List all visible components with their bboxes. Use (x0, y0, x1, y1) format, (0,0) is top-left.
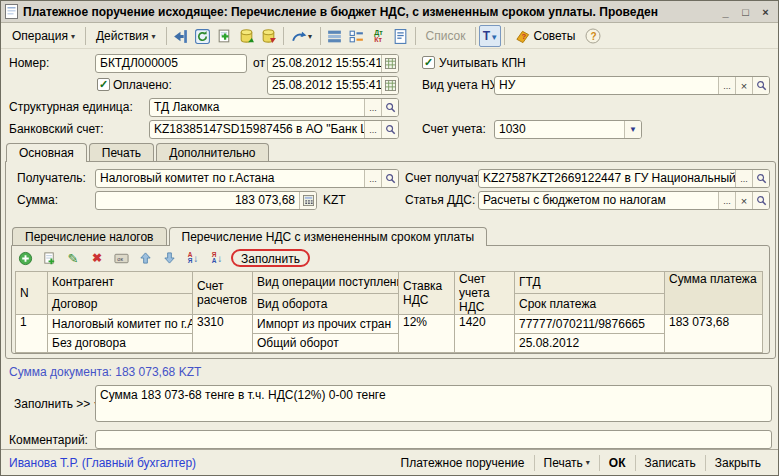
amount-field[interactable]: 183 073,68 (95, 191, 317, 210)
cell-account[interactable]: 3310 (193, 315, 253, 353)
magnifier-icon[interactable] (752, 77, 769, 94)
structural-unit-field[interactable]: ТД Лакомка ... (149, 98, 399, 117)
save-button[interactable]: Записать (636, 456, 705, 470)
paid-date-field[interactable]: 25.08.2012 15:55:41 (267, 76, 399, 95)
vat-table[interactable]: N Контрагент Счет расчетов Вид операции … (15, 271, 763, 353)
chevron-down-icon: ▾ (308, 32, 312, 41)
recipient-account-field[interactable]: KZ27587KZT2669122447 в ГУ Национальный Б… (478, 169, 770, 188)
tab-print[interactable]: Печать (89, 143, 154, 161)
calendar-icon[interactable] (381, 55, 398, 72)
dtkt-button[interactable]: ДтКт (368, 25, 390, 47)
cell-contract[interactable]: Без договора (48, 334, 193, 353)
ellipsis-icon[interactable]: ... (364, 99, 381, 116)
magnifier-icon[interactable] (381, 99, 398, 116)
reread-button[interactable] (192, 25, 214, 47)
col-contract[interactable]: Договор (48, 293, 193, 315)
payment-order-button[interactable]: Платежное поручение (392, 456, 534, 470)
chevron-down-icon[interactable]: ▼ (624, 121, 641, 138)
delete-row-button[interactable]: ✖ (87, 248, 107, 268)
tab-tax-transfer[interactable]: Перечисление налогов (12, 227, 167, 245)
table-row-line2[interactable]: Без договора Общий оборот 25.08.2012 (16, 334, 763, 353)
fill-table-button[interactable]: Заполнить (231, 249, 310, 267)
filter-sort-button[interactable]: T▼ (479, 25, 501, 47)
copy-button[interactable] (214, 25, 236, 47)
recipient-field[interactable]: Налоговый комитет по г.Астана ... (95, 169, 399, 188)
clear-icon[interactable]: × (735, 192, 752, 209)
ok-button[interactable]: ОК (600, 456, 635, 470)
cell-n[interactable]: 1 (16, 315, 48, 353)
move-down-button[interactable] (159, 248, 179, 268)
sort-asc-button[interactable]: АЯ↓ (183, 248, 203, 268)
cell-amount[interactable]: 183 073,68 (665, 315, 763, 353)
edit-row-button[interactable]: ✎ (63, 248, 83, 268)
magnifier-icon[interactable] (752, 170, 769, 187)
comment-field[interactable] (95, 430, 772, 449)
table-row[interactable]: 1 Налоговый комитет по г.А... 3310 Импор… (16, 315, 763, 334)
number-field[interactable]: БКТДЛ000005 (95, 54, 247, 73)
end-edit-button[interactable]: ок (111, 248, 131, 268)
clear-icon[interactable]: × (735, 77, 752, 94)
print-button[interactable]: Печать ▾ (535, 456, 599, 470)
col-amount[interactable]: Сумма платежа (665, 272, 763, 315)
col-turnover[interactable]: Вид оборота (253, 293, 399, 315)
tab-additional[interactable]: Дополнительно (156, 143, 268, 161)
cell-vat-rate[interactable]: 12% (399, 315, 455, 353)
save-close-button[interactable] (170, 25, 192, 47)
operation-menu-button[interactable]: Операция ▾ (5, 26, 82, 46)
ledger-account-combo[interactable]: 1030 ▼ (494, 120, 642, 139)
ellipsis-icon[interactable]: ... (718, 192, 735, 209)
date-field[interactable]: 25.08.2012 15:55:41 (267, 54, 399, 73)
col-vat-rate[interactable]: Ставка НДС (399, 272, 455, 315)
structure-button[interactable] (346, 25, 368, 47)
fill-purpose-button[interactable]: Заполнить >> ▾ (7, 394, 105, 413)
magnifier-icon[interactable] (381, 121, 398, 138)
payment-purpose-field[interactable]: Сумма 183 073-68 тенге в т.ч. НДС(12%) 0… (95, 385, 772, 422)
paid-checkbox[interactable]: ✓ (97, 78, 110, 91)
close-icon[interactable]: × (757, 4, 774, 19)
dds-item-field[interactable]: Расчеты с бюджетом по налогам ... × (478, 191, 770, 210)
ellipsis-icon[interactable]: ... (364, 170, 381, 187)
cell-operation[interactable]: Импорт из прочих стран (253, 315, 399, 334)
ellipsis-icon[interactable]: ... (364, 121, 381, 138)
move-up-button[interactable] (135, 248, 155, 268)
ellipsis-icon[interactable]: ... (718, 77, 735, 94)
report-button[interactable] (390, 25, 412, 47)
go-to-button[interactable]: ▾ (287, 25, 317, 47)
document-movements-button[interactable] (324, 25, 346, 47)
cell-due[interactable]: 25.08.2012 (515, 334, 665, 353)
col-counterparty[interactable]: Контрагент (48, 272, 193, 294)
kpn-checkbox[interactable]: ✓ (422, 56, 435, 69)
col-gtd[interactable]: ГТД (515, 272, 665, 294)
maximize-icon[interactable]: □ (737, 4, 754, 19)
cell-counterparty[interactable]: Налоговый комитет по г.А... (48, 315, 193, 334)
bank-account-field[interactable]: KZ18385147SD15987456 в АО "Банк ЦентрКре… (149, 120, 399, 139)
sort-desc-button[interactable]: ЯА↓ (207, 248, 227, 268)
actions-menu-button[interactable]: Действия ▾ (89, 26, 163, 46)
col-account[interactable]: Счет расчетов (193, 272, 253, 315)
col-due[interactable]: Срок платежа (515, 293, 665, 315)
col-n[interactable]: N (16, 272, 48, 315)
col-vat-account[interactable]: Счет учета НДС (455, 272, 515, 315)
unpost-document-button[interactable] (258, 25, 280, 47)
copy-row-button[interactable] (39, 248, 59, 268)
cell-turnover[interactable]: Общий оборот (253, 334, 399, 353)
calculator-icon[interactable] (299, 192, 316, 209)
cell-gtd[interactable]: 77777/070211/9876665 (515, 315, 665, 334)
ellipsis-icon[interactable]: ... (735, 170, 752, 187)
magnifier-icon[interactable] (381, 170, 398, 187)
list-button[interactable]: Список (419, 26, 473, 46)
minimize-icon[interactable]: _ (717, 4, 734, 19)
add-row-button[interactable] (15, 248, 35, 268)
tips-button[interactable]: ? Советы (508, 26, 582, 47)
help-button[interactable]: ? (582, 25, 604, 47)
nu-kind-field[interactable]: НУ ... × (494, 76, 770, 95)
col-operation[interactable]: Вид операции поступления (253, 272, 399, 294)
post-document-button[interactable] (236, 25, 258, 47)
nu-kind-label: Вид учета НУ: (422, 76, 500, 94)
calendar-icon[interactable] (381, 77, 398, 94)
cell-vat-account[interactable]: 1420 (455, 315, 515, 353)
tab-vat-transfer[interactable]: Перечисление НДС с изменененным сроком у… (169, 227, 488, 246)
tab-main[interactable]: Основная (6, 143, 87, 162)
close-button[interactable]: Закрыть (706, 456, 770, 470)
magnifier-icon[interactable] (752, 192, 769, 209)
